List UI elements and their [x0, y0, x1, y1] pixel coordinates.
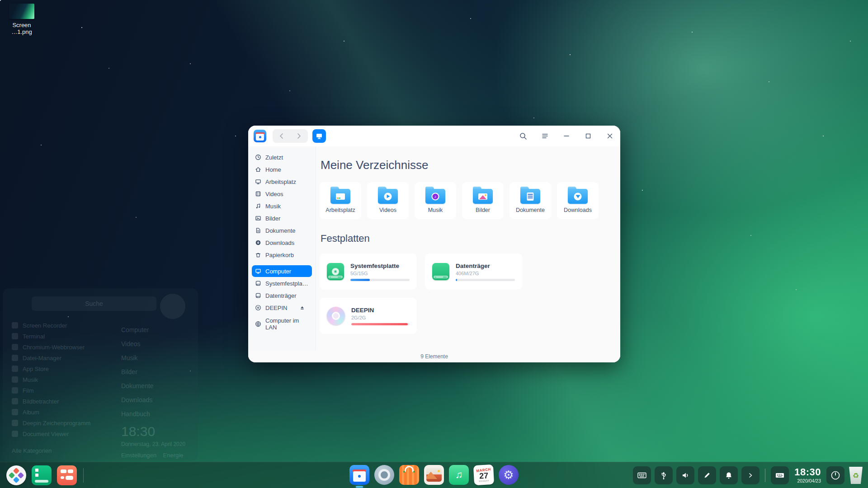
folder-icon-desktop	[330, 189, 350, 204]
app-icon	[12, 420, 18, 426]
sidebar-item-musik[interactable]: Musik	[252, 200, 312, 212]
tray-keyboard-layout[interactable]	[633, 466, 651, 484]
titlebar[interactable]	[248, 126, 620, 146]
sidebar-item-home[interactable]: Home	[252, 164, 312, 175]
folder-grid: Arbeitsplatz Videos ♪ Musik Bilder	[320, 182, 616, 219]
folder-icon-pictures	[473, 189, 493, 204]
disk-datentraeger[interactable]: Datenträger 406M/27G	[425, 253, 522, 290]
desktop: Screen …1.png Suche Screen Recorder Term…	[0, 0, 868, 488]
sidebar-item-computer-im-lan[interactable]: Computer im LAN	[252, 318, 312, 330]
main-content: Meine Verzeichnisse Arbeitsplatz Videos …	[316, 146, 620, 350]
folder-dokumente[interactable]: Dokumente	[509, 182, 551, 219]
app-icon	[12, 387, 18, 394]
sidebar-item-deepin-cd[interactable]: DEEPIN	[252, 302, 312, 314]
folder-arbeitsplatz[interactable]: Arbeitsplatz	[320, 182, 361, 219]
launcher-search-input: Suche	[32, 296, 156, 311]
list-item: Datei-Manager	[12, 352, 90, 363]
shutdown-button[interactable]	[826, 466, 844, 484]
dock-calendar[interactable]: MARCH 27 MONDAY	[473, 465, 494, 485]
launcher-all-categories: Alle Kategorien	[12, 447, 52, 454]
maximize-button[interactable]	[583, 131, 593, 141]
ghost-launcher-overlay: Suche Screen Recorder Terminal Chromium-…	[3, 288, 198, 461]
app-icon	[12, 409, 18, 415]
icon-view-button[interactable]	[312, 129, 326, 143]
disk-usage-bar	[350, 279, 410, 281]
app-icon	[12, 431, 18, 437]
clock[interactable]: 18:30 2020/04/23	[794, 467, 821, 483]
cd-rom-icon	[327, 307, 345, 325]
app-icon	[12, 344, 18, 350]
minimize-button[interactable]	[561, 131, 571, 141]
hard-disk-icon	[327, 263, 344, 280]
sidebar-item-datentraeger[interactable]: Datenträger	[252, 290, 312, 301]
sidebar: Zuletzt Home Arbeitsplatz Videos Musik	[248, 146, 316, 350]
sidebar-item-bilder[interactable]: Bilder	[252, 212, 312, 224]
launcher-shortcuts: Computer Videos Musik Bilder Dokumente D…	[121, 326, 154, 424]
statusbar: 9 Elemente	[248, 350, 620, 362]
tray-expand-chevron[interactable]	[741, 466, 760, 484]
launcher-app-list: Screen Recorder Terminal Chromium-Webbro…	[12, 320, 90, 439]
desktop-preview-button[interactable]	[32, 465, 52, 485]
back-button[interactable]	[273, 129, 290, 143]
dock-app-store[interactable]	[399, 465, 419, 485]
tray-screen-capture[interactable]	[698, 466, 716, 484]
app-icon	[12, 376, 18, 383]
desktop-file-screenshot[interactable]: Screen …1.png	[5, 4, 38, 35]
folder-icon-videos	[378, 189, 398, 204]
sidebar-item-zuletzt[interactable]: Zuletzt	[252, 151, 312, 163]
dock-image-viewer[interactable]	[424, 465, 444, 485]
list-item: Chromium-Webbrowser	[12, 342, 90, 352]
sidebar-item-papierkorb[interactable]: Papierkorb	[252, 249, 312, 261]
sidebar-item-videos[interactable]: Videos	[252, 188, 312, 200]
dock-music[interactable]: ♫	[449, 465, 469, 485]
folder-videos[interactable]: Videos	[367, 182, 409, 219]
file-manager-app-icon	[254, 130, 266, 142]
tray-usb[interactable]	[655, 466, 673, 484]
sidebar-item-arbeitsplatz[interactable]: Arbeitsplatz	[252, 176, 312, 188]
dock-separator	[83, 468, 84, 483]
close-button[interactable]	[605, 131, 615, 141]
dock-control-center[interactable]: ⚙	[499, 465, 519, 485]
running-indicator	[356, 486, 363, 488]
list-item: App Store	[12, 363, 90, 374]
list-item: Document Viewer	[12, 428, 90, 439]
folder-downloads[interactable]: Downloads	[557, 182, 599, 219]
menu-icon[interactable]	[540, 131, 550, 141]
tray-onscreen-keyboard[interactable]	[771, 466, 789, 484]
file-label-line2: …1.png	[5, 28, 38, 35]
eject-icon[interactable]	[300, 305, 309, 310]
dock-file-manager[interactable]	[349, 465, 369, 485]
sidebar-item-downloads[interactable]: Downloads	[252, 237, 312, 249]
avatar	[160, 294, 185, 319]
list-item: Album	[12, 407, 90, 418]
file-manager-window: Zuletzt Home Arbeitsplatz Videos Musik	[248, 126, 620, 362]
section-title-disks: Festplatten	[321, 233, 616, 244]
list-item: Screen Recorder	[12, 320, 90, 331]
disk-usage-bar	[456, 279, 515, 281]
trash-button[interactable]: ♻	[848, 467, 863, 484]
sidebar-item-dokumente[interactable]: Dokumente	[252, 225, 312, 236]
sidebar-item-systemfestplatte[interactable]: Systemfestpla…	[252, 277, 312, 289]
launcher-footer: Einstellungen Energie	[121, 452, 183, 459]
disk-deepin-cd[interactable]: DEEPIN 2G/2G	[320, 298, 417, 334]
dock-browser[interactable]	[374, 465, 394, 485]
tray-volume[interactable]	[676, 466, 694, 484]
disk-systemfestplatte[interactable]: Systemfestplatte 5G/15G	[320, 253, 417, 290]
hard-disk-icon	[432, 263, 449, 280]
folder-bilder[interactable]: Bilder	[462, 182, 504, 219]
list-item: Musik	[12, 374, 90, 385]
tray-notifications[interactable]	[720, 466, 738, 484]
folder-icon-music: ♪	[425, 189, 445, 204]
item-count: 9 Elemente	[420, 353, 448, 360]
forward-button[interactable]	[290, 129, 308, 143]
folder-icon-documents	[520, 189, 540, 204]
app-icon	[12, 398, 18, 404]
launcher-button[interactable]	[6, 465, 26, 485]
folder-musik[interactable]: ♪ Musik	[415, 182, 456, 219]
navigation-buttons	[273, 129, 308, 143]
taskbar: ♫ MARCH 27 MONDAY ⚙	[0, 462, 868, 488]
search-icon[interactable]	[518, 131, 528, 141]
list-item: Film	[12, 385, 90, 396]
sidebar-item-computer[interactable]: Computer	[252, 265, 312, 277]
multitasking-view-button[interactable]	[57, 465, 77, 485]
